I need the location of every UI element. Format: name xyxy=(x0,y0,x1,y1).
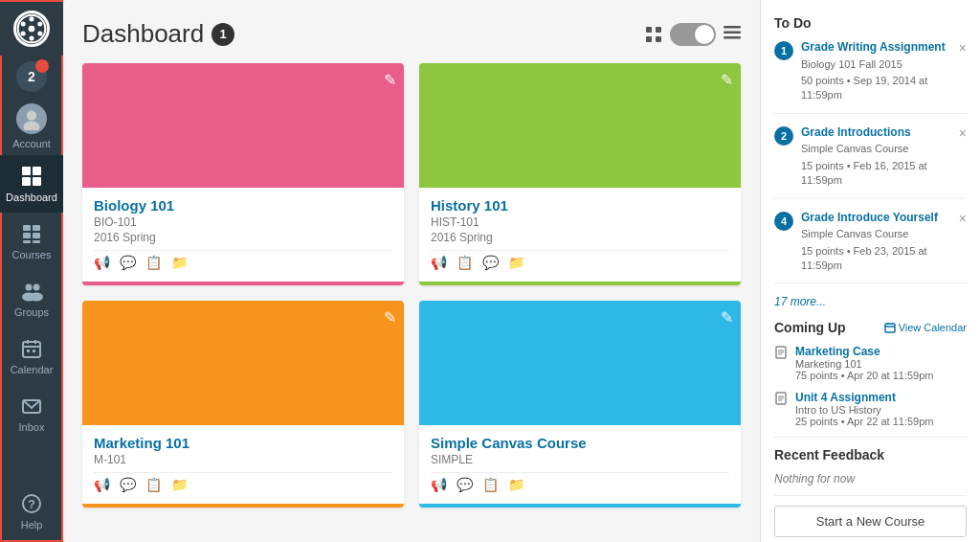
todo-section-title: To Do xyxy=(774,15,967,31)
coming-item-2: Unit 4 Assignment Intro to US History 25… xyxy=(774,391,967,427)
todo-item-1: 1 Grade Writing Assignment Biology 101 F… xyxy=(774,40,967,114)
biology-title[interactable]: Biology 101 xyxy=(94,197,392,214)
edit-icon-marketing[interactable]: ✎ xyxy=(384,308,396,327)
sidebar-bottom: ? Help xyxy=(2,483,61,540)
sidebar-item-dashboard[interactable]: Dashboard xyxy=(0,155,63,213)
sidebar-item-courses[interactable]: Courses xyxy=(0,213,63,270)
discussion-icon-history[interactable]: 💬 xyxy=(482,255,499,270)
todo-title-2[interactable]: Grade Introductions xyxy=(801,125,951,141)
main-title-container: Dashboard 1 xyxy=(82,19,234,49)
todo-close-2[interactable]: × xyxy=(959,125,967,141)
assignments-icon-history[interactable]: 📋 xyxy=(457,255,473,270)
course-actions-biology: 📢 💬 📋 📁 xyxy=(94,250,392,274)
announce-icon-history[interactable]: 📢 xyxy=(431,255,447,270)
course-card-marketing[interactable]: ✎ Marketing 101 M-101 📢 💬 📋 📁 xyxy=(82,301,404,508)
discussion-icon-biology[interactable]: 💬 xyxy=(120,255,136,270)
sidebar-item-inbox[interactable]: Inbox xyxy=(0,385,63,442)
edit-icon-biology[interactable]: ✎ xyxy=(384,71,396,89)
sidebar-item-help[interactable]: ? Help xyxy=(0,483,63,540)
inbox-label: Inbox xyxy=(19,421,45,433)
coming-title-1[interactable]: Marketing Case xyxy=(795,345,934,358)
svg-text:?: ? xyxy=(28,497,35,511)
svg-rect-12 xyxy=(22,177,31,186)
svg-point-2 xyxy=(29,16,33,21)
history-title[interactable]: History 101 xyxy=(431,197,729,214)
svg-point-5 xyxy=(29,36,33,41)
todo-num-1: 1 xyxy=(774,41,793,60)
svg-point-1 xyxy=(29,26,35,33)
list-view-button[interactable] xyxy=(724,26,741,43)
main-content: Dashboard 1 xyxy=(63,0,760,542)
coming-course-1: Marketing 101 xyxy=(795,358,934,370)
svg-point-4 xyxy=(37,32,42,36)
logo-svg xyxy=(16,11,47,47)
todo-close-1[interactable]: × xyxy=(959,40,967,56)
help-label: Help xyxy=(21,519,43,531)
discussion-icon-simple[interactable]: 💬 xyxy=(457,477,473,492)
right-panel: To Do 1 Grade Writing Assignment Biology… xyxy=(760,0,980,542)
svg-point-9 xyxy=(23,122,39,130)
svg-rect-37 xyxy=(724,26,741,29)
sidebar-item-groups[interactable]: Groups xyxy=(0,270,63,327)
view-calendar-label: View Calendar xyxy=(899,322,967,333)
svg-rect-11 xyxy=(33,167,41,175)
announce-icon-simple[interactable]: 📢 xyxy=(431,477,447,492)
biology-term: 2016 Spring xyxy=(94,231,392,244)
files-icon-simple[interactable]: 📁 xyxy=(508,477,524,492)
files-icon-history[interactable]: 📁 xyxy=(508,255,524,270)
notification-badge[interactable]: 2 xyxy=(11,56,53,98)
discussion-icon-marketing[interactable]: 💬 xyxy=(120,477,136,492)
course-card-simple[interactable]: ✎ Simple Canvas Course SIMPLE 📢 💬 📋 📁 xyxy=(419,301,741,508)
files-icon-marketing[interactable]: 📁 xyxy=(171,477,188,492)
coming-content-2: Unit 4 Assignment Intro to US History 25… xyxy=(795,391,934,427)
assignments-icon-biology[interactable]: 📋 xyxy=(145,255,162,270)
edit-icon-history[interactable]: ✎ xyxy=(721,71,733,89)
todo-title-3[interactable]: Grade Introduce Yourself xyxy=(801,211,951,226)
assignments-icon-simple[interactable]: 📋 xyxy=(482,477,499,492)
svg-rect-39 xyxy=(724,36,741,39)
todo-close-3[interactable]: × xyxy=(959,211,967,226)
todo-course-1: Biology 101 Fall 2015 xyxy=(801,57,951,72)
simple-title[interactable]: Simple Canvas Course xyxy=(431,435,729,451)
dashboard-label: Dashboard xyxy=(6,192,57,203)
todo-detail-3: 15 points • Feb 23, 2015 at 11:59pm xyxy=(801,244,951,274)
notification-count: 2 xyxy=(16,61,47,92)
svg-point-3 xyxy=(37,21,42,26)
todo-item-3: 4 Grade Introduce Yourself Simple Canvas… xyxy=(774,211,967,284)
groups-label: Groups xyxy=(14,306,49,318)
biology-code: BIO-101 xyxy=(94,215,392,229)
svg-rect-13 xyxy=(33,177,41,186)
view-calendar-link[interactable]: View Calendar xyxy=(884,322,967,333)
announce-icon-marketing[interactable]: 📢 xyxy=(94,477,110,492)
assignments-icon-marketing[interactable]: 📋 xyxy=(145,477,162,492)
svg-rect-10 xyxy=(22,167,31,175)
sidebar-logo[interactable] xyxy=(0,2,63,56)
coming-detail-2: 25 points • Apr 22 at 11:59pm xyxy=(795,416,934,427)
more-link[interactable]: 17 more... xyxy=(774,295,967,308)
card-bar-history xyxy=(419,282,741,285)
todo-content-2: Grade Introductions Simple Canvas Course… xyxy=(801,125,951,189)
files-icon-biology[interactable]: 📁 xyxy=(171,255,188,270)
feedback-empty: Nothing for now xyxy=(774,472,967,486)
todo-num-2: 2 xyxy=(774,126,793,146)
todo-title-1[interactable]: Grade Writing Assignment xyxy=(801,40,951,56)
coming-title-2[interactable]: Unit 4 Assignment xyxy=(795,391,934,404)
sidebar-item-calendar[interactable]: Calendar xyxy=(0,327,63,385)
view-toggle[interactable] xyxy=(670,23,716,46)
announce-icon-biology[interactable]: 📢 xyxy=(94,255,110,270)
svg-point-6 xyxy=(21,32,26,36)
sidebar-item-account[interactable]: Account xyxy=(0,98,63,155)
logo-circle xyxy=(13,11,50,47)
grid-view-button[interactable] xyxy=(645,26,662,43)
edit-icon-simple[interactable]: ✎ xyxy=(721,308,733,327)
groups-icon xyxy=(20,280,43,303)
card-bar-biology xyxy=(82,282,404,285)
course-card-history[interactable]: ✎ History 101 HIST-101 2016 Spring 📢 📋 💬… xyxy=(419,63,741,285)
marketing-title[interactable]: Marketing 101 xyxy=(94,435,392,451)
course-card-biology[interactable]: ✎ Biology 101 BIO-101 2016 Spring 📢 💬 📋 … xyxy=(82,63,404,285)
start-new-course-button[interactable]: Start a New Course xyxy=(774,506,967,537)
account-label: Account xyxy=(12,138,51,149)
svg-rect-17 xyxy=(33,233,40,238)
svg-point-23 xyxy=(30,293,43,302)
todo-content-3: Grade Introduce Yourself Simple Canvas C… xyxy=(801,211,951,274)
